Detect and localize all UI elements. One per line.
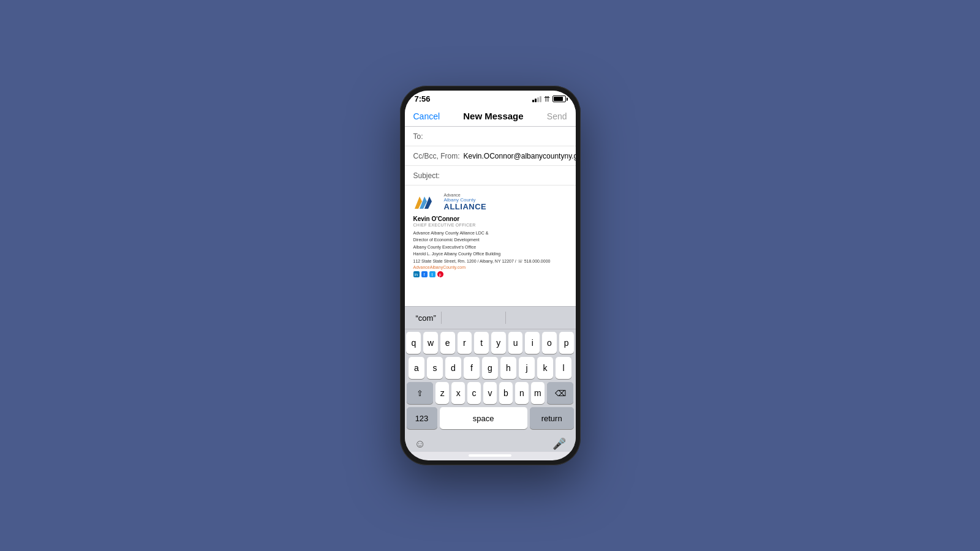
keyboard-row1: q w e r t y u i o p — [407, 332, 574, 354]
key-q[interactable]: q — [406, 332, 421, 354]
key-n[interactable]: n — [515, 382, 529, 404]
ccbcc-field-row[interactable]: Cc/Bcc, From: Kevin.OConnor@albanycounty… — [405, 146, 576, 166]
key-z[interactable]: z — [435, 382, 449, 404]
linkedin-icon[interactable]: in — [413, 271, 420, 277]
key-j[interactable]: j — [519, 357, 535, 379]
key-p[interactable]: p — [559, 332, 574, 354]
pinterest-icon[interactable]: p — [437, 271, 443, 277]
sig-logo-text: Advance Albany County ALLIANCE — [444, 193, 487, 212]
subject-label: Subject: — [413, 171, 440, 180]
home-indicator — [469, 454, 511, 457]
phone-frame: 7:56 ⇈ Cancel New Message Send — [400, 86, 581, 465]
key-o[interactable]: o — [542, 332, 557, 354]
key-s[interactable]: s — [427, 357, 443, 379]
sig-name: Kevin O'Connor — [413, 216, 567, 222]
facebook-icon[interactable]: f — [421, 271, 428, 277]
key-m[interactable]: m — [531, 382, 545, 404]
keyboard: q w e r t y u i o p a s d f g h j k — [405, 329, 576, 435]
send-button[interactable]: Send — [547, 111, 567, 121]
sig-website[interactable]: AdvanceAlbanyCounty.com — [413, 265, 567, 269]
phone-screen: 7:56 ⇈ Cancel New Message Send — [405, 91, 576, 460]
compose-body[interactable]: Advance Albany County ALLIANCE Kevin O'C… — [405, 186, 576, 306]
key-e[interactable]: e — [440, 332, 455, 354]
ccbcc-label: Cc/Bcc, From: — [413, 152, 460, 160]
key-t[interactable]: t — [474, 332, 489, 354]
to-field-row[interactable]: To: — [405, 127, 576, 146]
ccbcc-value[interactable]: Kevin.OConnor@albanycountyny.gov — [464, 152, 576, 160]
subject-field-row[interactable]: Subject: — [405, 166, 576, 186]
key-x[interactable]: x — [451, 382, 465, 404]
key-i[interactable]: i — [525, 332, 540, 354]
key-d[interactable]: d — [445, 357, 461, 379]
keyboard-row4: 123 space return — [407, 407, 574, 429]
sig-social-icons: in f t p — [413, 271, 567, 277]
status-time: 7:56 — [415, 94, 431, 103]
key-w[interactable]: w — [423, 332, 438, 354]
twitter-icon[interactable]: t — [429, 271, 435, 277]
key-l[interactable]: l — [556, 357, 571, 379]
cancel-button[interactable]: Cancel — [413, 111, 440, 121]
compose-title: New Message — [463, 111, 523, 121]
key-f[interactable]: f — [464, 357, 480, 379]
num-key[interactable]: 123 — [407, 407, 437, 429]
signature-block: Advance Albany County ALLIANCE Kevin O'C… — [413, 193, 567, 277]
sig-org2: Director of Economic Development — [413, 237, 567, 244]
signal-icon — [532, 96, 541, 102]
email-fields: To: Cc/Bcc, From: Kevin.OConnor@albanyco… — [405, 127, 576, 186]
autocomplete-bar: “com” — [405, 306, 576, 329]
key-v[interactable]: v — [483, 382, 497, 404]
keyboard-row3: ⇧ z x c v b n m ⌫ — [407, 382, 574, 404]
key-a[interactable]: a — [409, 357, 424, 379]
key-g[interactable]: g — [482, 357, 498, 379]
sig-alliance: ALLIANCE — [444, 203, 487, 211]
sig-title: CHIEF EXECUTIVE OFFICER — [413, 223, 567, 227]
key-r[interactable]: r — [458, 332, 472, 354]
bottom-bar: ☺ 🎤 — [405, 435, 576, 452]
key-k[interactable]: k — [537, 357, 553, 379]
space-key[interactable]: space — [440, 407, 527, 429]
alliance-logo-icon — [413, 193, 440, 211]
wifi-icon: ⇈ — [544, 95, 550, 103]
autocomplete-divider2 — [505, 312, 506, 324]
sig-address1: Harold L. Joyce Albany County Office Bui… — [413, 251, 567, 258]
status-icons: ⇈ — [532, 95, 566, 103]
key-y[interactable]: y — [491, 332, 506, 354]
return-key[interactable]: return — [530, 407, 574, 429]
key-u[interactable]: u — [508, 332, 523, 354]
keyboard-row2: a s d f g h j k l — [407, 357, 574, 379]
key-b[interactable]: b — [499, 382, 513, 404]
status-bar: 7:56 ⇈ — [405, 91, 576, 106]
emoji-icon[interactable]: ☺ — [415, 438, 426, 451]
sig-address2: 112 State State Street, Rm. 1200 / Alban… — [413, 258, 567, 265]
key-c[interactable]: c — [467, 382, 481, 404]
sig-org1: Advance Albany County Alliance LDC & — [413, 230, 567, 237]
key-h[interactable]: h — [500, 357, 516, 379]
delete-key[interactable]: ⌫ — [547, 382, 574, 404]
autocomplete-divider — [441, 312, 442, 324]
to-label: To: — [413, 132, 423, 141]
signature-logo: Advance Albany County ALLIANCE — [413, 193, 567, 212]
sig-org3: Albany County Executive's Office — [413, 244, 567, 251]
autocomplete-suggestion[interactable]: “com” — [411, 312, 441, 324]
battery-icon — [552, 96, 566, 102]
compose-header: Cancel New Message Send — [405, 106, 576, 127]
microphone-icon[interactable]: 🎤 — [552, 437, 566, 451]
shift-key[interactable]: ⇧ — [407, 382, 434, 404]
